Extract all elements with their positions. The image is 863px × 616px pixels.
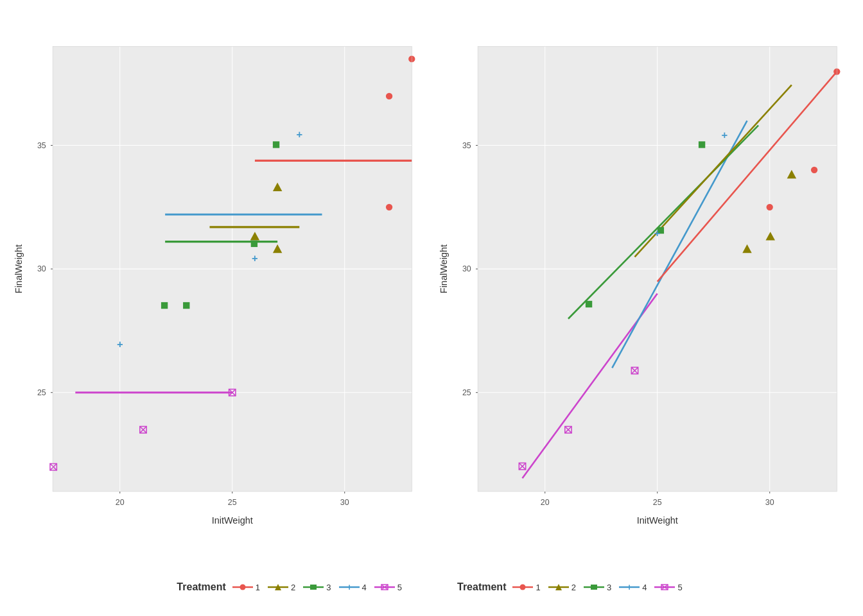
legend2-symbol1-svg [512,582,533,592]
legend1-item4: + 4 [339,582,367,592]
x2-tick-20: 20 [541,498,550,507]
y-axis-label2: FinalWeight [439,244,449,293]
legend-row: Treatment 1 2 [0,565,863,616]
legend2-symbol3-svg [584,582,604,592]
legend1-symbol3-svg [303,582,324,592]
legend1-label5: 5 [397,583,402,592]
x-tick-20: 20 [116,498,125,507]
pt3-4 [251,241,257,247]
legend1-item5: 5 [374,582,402,592]
x-axis-label2: InitWeight [637,515,678,526]
x2-tick-30: 30 [765,498,774,507]
svg-text:+: + [627,582,632,592]
x-tick-25: 25 [228,498,237,507]
pt1-1 [386,204,392,210]
svg-point-31 [240,585,245,590]
y2-tick-35: 35 [462,141,471,150]
y-axis-label1: FinalWeight [13,244,24,293]
y-tick-30: 30 [37,264,46,273]
plot1-container: 25 30 35 20 25 30 InitWeight FinalWeight [13,13,425,558]
legend1-symbol2-svg [268,582,288,592]
pt4-1: + [296,128,302,141]
plot1-svg: 25 30 35 20 25 30 InitWeight FinalWeight [13,13,425,558]
x-tick-30: 30 [340,498,349,507]
pt3-3 [273,141,279,148]
plot2-container: 25 30 35 20 25 30 InitWeight FinalWeight [438,13,850,558]
legend2-symbol2-svg [548,582,569,592]
svg-point-43 [520,585,526,590]
main-container: 25 30 35 20 25 30 InitWeight FinalWeight [0,0,863,616]
p2-3-1 [586,301,592,307]
legend1-item1: 1 [232,582,260,592]
legend1-item2: 2 [268,582,295,592]
p2-4-1: + [654,227,661,239]
legend1-label4: 4 [362,583,367,592]
legend2-symbol5-svg [654,582,675,592]
legend1: Treatment 1 2 [177,581,406,593]
pt1-3 [386,93,392,99]
x2-tick-25: 25 [653,498,662,507]
p2-1-1 [811,167,817,173]
legend1-label1: 1 [256,583,260,592]
legend2-label1: 1 [536,583,540,592]
y2-tick-30: 30 [462,264,471,273]
y-tick-25: 25 [37,388,46,397]
legend2-item5: 5 [654,582,682,592]
legend2: Treatment 1 2 [457,581,686,593]
legend2-title: Treatment [457,581,506,593]
legend2-label2: 2 [571,583,576,592]
legend2-item2: 2 [548,582,576,592]
legend2-item3: 3 [584,582,611,592]
legend1-title: Treatment [177,581,225,593]
plots-row: 25 30 35 20 25 30 InitWeight FinalWeight [0,0,863,565]
svg-text:+: + [346,582,351,592]
p2-4-2: + [721,129,728,141]
legend1-label3: 3 [326,583,331,592]
legend1-symbol4-svg: + [339,582,360,592]
pt4-3: + [117,338,123,350]
legend1-item3: 3 [303,582,331,592]
y2-tick-25: 25 [462,388,471,397]
pt4-2: + [252,252,258,264]
y-tick-35: 35 [37,141,46,150]
p2-3-2 [699,141,705,148]
plot2-svg: 25 30 35 20 25 30 InitWeight FinalWeight [438,13,850,558]
p2-1-3 [767,204,773,210]
legend2-item1: 1 [512,582,540,592]
legend2-label3: 3 [607,583,611,592]
x-axis-label1: InitWeight [212,515,253,526]
legend1-symbol5-svg [374,582,395,592]
svg-rect-35 [310,585,317,590]
legend2-label5: 5 [677,583,682,592]
legend2-item4: + 4 [619,582,647,592]
legend1-label2: 2 [291,583,295,592]
pt3-2 [161,302,168,309]
legend2-label4: 4 [642,583,647,592]
svg-rect-47 [591,585,597,590]
pt3-1 [183,302,189,309]
legend2-symbol4-svg: + [619,582,640,592]
legend1-symbol1-svg [232,582,253,592]
